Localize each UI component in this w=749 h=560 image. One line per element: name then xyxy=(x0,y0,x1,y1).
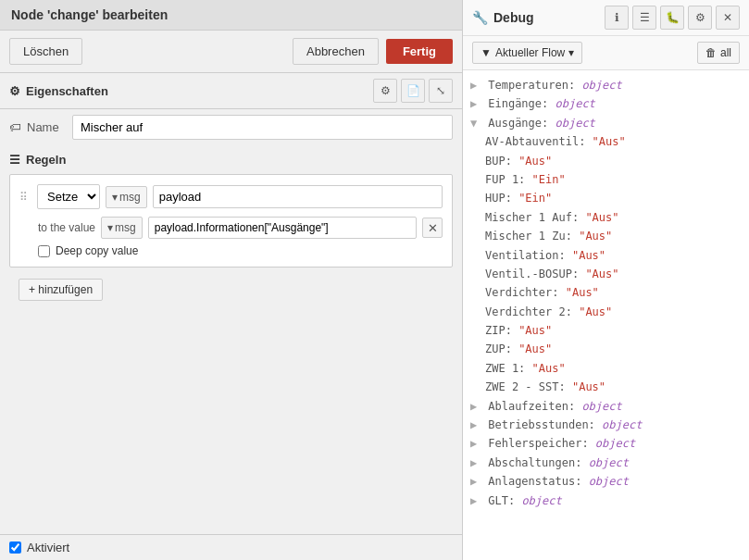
tree-toggle[interactable]: ▼ xyxy=(470,114,481,132)
tree-item[interactable]: ▶ Abschaltungen: object xyxy=(470,454,742,472)
delete-rule-btn[interactable]: ✕ xyxy=(422,218,443,238)
rules-section: ☰ Regeln ⠿ Setze ▾ msg to the value ▾ ms… xyxy=(0,145,462,534)
tree-children: AV-Abtauventil: "Aus"BUP: "Aus"FUP 1: "E… xyxy=(470,132,742,396)
clear-label: all xyxy=(720,46,731,59)
tree-key: Fehlerspeicher: xyxy=(488,437,588,450)
tree-toggle[interactable]: ▶ xyxy=(470,76,481,94)
child-key: Mischer 1 Zu: xyxy=(485,230,572,243)
tree-child-item: Mischer 1 Zu: "Aus" xyxy=(485,227,742,245)
properties-title: Eigenschaften xyxy=(26,84,108,98)
tree-key: Temperaturen: xyxy=(488,79,575,92)
child-value: "Aus" xyxy=(579,305,612,318)
tree-type: object xyxy=(556,97,595,110)
tree-toggle[interactable]: ▶ xyxy=(470,454,481,472)
child-key: ZWE 1: xyxy=(485,362,525,375)
drag-handle[interactable]: ⠿ xyxy=(19,191,28,204)
tree-child-item: ZIP: "Aus" xyxy=(485,321,742,340)
child-key: ZWE 2 - SST: xyxy=(485,380,566,393)
tree-child-item: BUP: "Aus" xyxy=(485,152,742,170)
type-btn-2[interactable]: ▾ msg xyxy=(101,217,143,239)
type-label-1: msg xyxy=(119,191,141,204)
list-icon-btn[interactable]: ☰ xyxy=(632,6,656,30)
tree-type: object xyxy=(556,117,595,130)
rule-row-3: Deep copy value xyxy=(19,244,443,257)
tree-child-item: ZWE 1: "Aus" xyxy=(485,359,742,378)
info-icon-btn[interactable]: ℹ xyxy=(605,6,629,30)
gear-icon: ⚙ xyxy=(9,84,20,98)
tree-key: Betriebsstunden: xyxy=(488,418,595,431)
tree-key: Ablaufzeiten: xyxy=(488,400,575,413)
toolbar: Löschen Abbrechen Fertig xyxy=(0,31,462,73)
tree-item[interactable]: ▶ Ablaufzeiten: object xyxy=(470,397,742,416)
deep-copy-row: Deep copy value xyxy=(38,244,138,257)
child-value: "Ein" xyxy=(518,192,552,205)
bug-icon-btn[interactable]: 🐛 xyxy=(660,6,684,30)
child-key: Ventilation: xyxy=(485,249,566,262)
rule-row-2: to the value ▾ msg ✕ xyxy=(19,217,443,239)
tree-child-item: Ventil.-BOSUP: "Aus" xyxy=(485,265,742,283)
filter-dropdown-icon: ▾ xyxy=(568,46,574,59)
tree-key: Abschaltungen: xyxy=(488,456,581,469)
deep-copy-label: Deep copy value xyxy=(56,244,138,257)
page-title: Node 'change' bearbeiten xyxy=(0,0,462,31)
expand-icon-btn[interactable]: ⤡ xyxy=(429,79,453,103)
filter-button[interactable]: ▼ Aktueller Flow ▾ xyxy=(472,42,582,64)
to-the-value-label: to the value xyxy=(38,221,95,234)
type-arrow-icon: ▾ xyxy=(112,191,118,204)
tree-toggle[interactable]: ▶ xyxy=(470,492,481,510)
tree-child-item: AV-Abtauventil: "Aus" xyxy=(485,132,742,151)
tree-type: object xyxy=(581,400,621,413)
trash-icon: 🗑 xyxy=(705,46,717,59)
tree-child-item: ZUP: "Aus" xyxy=(485,340,742,358)
tree-toggle[interactable]: ▶ xyxy=(470,416,481,434)
tree-toggle[interactable]: ▶ xyxy=(470,434,481,453)
tree-child-item: ZWE 2 - SST: "Aus" xyxy=(485,378,742,396)
tree-child-item: FUP 1: "Ein" xyxy=(485,170,742,189)
tree-toggle[interactable]: ▶ xyxy=(470,472,481,491)
tree-item[interactable]: ▶ Eingänge: object xyxy=(470,94,742,113)
type-btn-1[interactable]: ▾ msg xyxy=(106,186,147,208)
clear-button[interactable]: 🗑 all xyxy=(697,42,740,64)
name-row: 🏷 Name xyxy=(0,109,462,145)
aktiviert-checkbox[interactable] xyxy=(9,541,21,554)
child-key: ZUP: xyxy=(485,342,512,355)
tree-toggle[interactable]: ▶ xyxy=(470,397,481,416)
debug-icon: 🔧 xyxy=(472,10,488,25)
tree-item[interactable]: ▶ Anlagenstatus: object xyxy=(470,472,742,491)
properties-icons: ⚙ 📄 ⤡ xyxy=(373,79,453,103)
properties-header: ⚙ Eigenschaften ⚙ 📄 ⤡ xyxy=(0,73,462,109)
debug-toolbar: ▼ Aktueller Flow ▾ 🗑 all xyxy=(463,36,749,70)
child-value: "Aus" xyxy=(579,230,612,243)
tree-type: object xyxy=(521,494,561,507)
list-icon: ☰ xyxy=(9,153,20,167)
child-key: Mischer 1 Auf: xyxy=(485,211,579,224)
name-input[interactable] xyxy=(72,115,453,140)
aktiviert-label: Aktiviert xyxy=(27,541,69,554)
child-value: "Aus" xyxy=(566,286,599,299)
tree-item[interactable]: ▶ Temperaturen: object xyxy=(470,76,742,94)
tree-item[interactable]: ▶ Betriebsstunden: object xyxy=(470,416,742,434)
close-icon-btn[interactable]: ✕ xyxy=(716,6,740,30)
value-input-1[interactable] xyxy=(153,185,443,208)
value-input-2[interactable] xyxy=(148,217,417,239)
child-value: "Aus" xyxy=(572,380,605,393)
tag-icon: 🏷 xyxy=(9,120,21,134)
tree-item[interactable]: ▶ Fehlerspeicher: object xyxy=(470,434,742,453)
tree-item[interactable]: ▼ Ausgänge: objectAV-Abtauventil: "Aus"B… xyxy=(470,114,742,397)
tree-item[interactable]: ▶ GLT: object xyxy=(470,492,742,510)
done-button[interactable]: Fertig xyxy=(386,39,453,64)
child-key: AV-Abtauventil: xyxy=(485,135,585,148)
action-select[interactable]: Setze xyxy=(37,184,100,209)
tree-key: Anlagenstatus: xyxy=(488,475,581,488)
add-rule-button[interactable]: + hinzufügen xyxy=(19,279,103,301)
deep-copy-checkbox[interactable] xyxy=(38,245,50,257)
delete-button[interactable]: Löschen xyxy=(9,38,82,65)
settings-icon-btn-right[interactable]: ⚙ xyxy=(688,6,712,30)
doc-icon-btn[interactable]: 📄 xyxy=(401,79,425,103)
cancel-button[interactable]: Abbrechen xyxy=(293,38,379,65)
settings-icon-btn[interactable]: ⚙ xyxy=(373,79,397,103)
bottom-bar: Aktiviert xyxy=(0,534,462,560)
rules-title: ☰ Regeln xyxy=(9,153,453,167)
tree-toggle[interactable]: ▶ xyxy=(470,94,481,113)
type-label-2: msg xyxy=(115,221,136,234)
